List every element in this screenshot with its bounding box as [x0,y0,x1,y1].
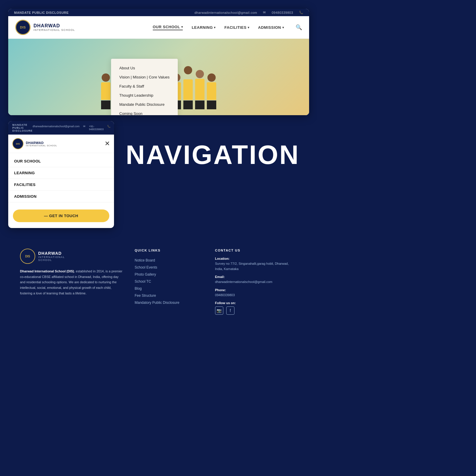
dropdown-faculty-staff[interactable]: Faculty & Staff [111,82,178,91]
dropdown-vision-mission[interactable]: Vision | Mission | Core Values [111,73,178,82]
footer-link-blog[interactable]: Blog [135,285,203,292]
footer-description: Dharwad International School (DIS), esta… [20,269,123,296]
nav-links: OUR SCHOOL ▾ LEARNING ▾ FACILITIES ▾ ADM… [153,24,302,31]
get-in-touch-button[interactable]: — GET IN TOUCH [13,209,109,222]
mobile-phone-icon: 📞 [107,125,110,131]
footer-school-sub: INTERNATIONALSCHOOL [38,256,65,262]
mobile-school-name: DHARWAD [26,141,57,145]
mobile-nav-bar: DIS DHARWAD INTERNATIONAL SCHOOL ✕ [8,135,114,153]
close-button[interactable]: ✕ [105,140,110,148]
mobile-menu-learning[interactable]: LEARNING [8,167,114,179]
phone-text: 09480339803 [272,11,293,14]
follow-label: Follow us on: [215,301,297,305]
hero-area: About Us Vision | Mission | Core Values … [8,39,309,115]
mobile-email-icon: ✉ [83,125,86,131]
instagram-icon[interactable]: 📷 [215,306,223,315]
email-value: dharwadinternationalschool@gmail.com [215,279,297,285]
mobile-logo-initials: DIS [16,143,20,145]
quick-links-title: QUICK LINKS [135,249,203,252]
logo-initials: DIS [20,26,26,29]
chevron-down-icon: ▾ [282,26,284,29]
footer-logo-circle: DIS [20,249,35,264]
footer-link-school-tc[interactable]: School TC [135,278,203,285]
chevron-down-icon: ▾ [248,26,249,29]
location-label: Location: [215,257,297,260]
navigation-label-area: NAVIGATION [114,124,311,228]
main-nav: DIS DHARWAD INTERNATIONAL SCHOOL OUR SCH… [8,16,309,39]
child-figure [183,66,193,109]
mobile-menu-admission[interactable]: ADMISSION [8,191,114,202]
mobile-contact-info: dharwadinternationalschool@gmail.com ✉ +… [33,125,110,131]
nav-learning[interactable]: LEARNING ▾ [192,25,215,30]
mobile-phone: +91- 9480339803 [89,125,104,131]
mobile-email: dharwadinternationalschool@gmail.com [33,125,80,131]
nav-facilities[interactable]: FACILITIES ▾ [224,25,249,30]
child-figure [207,73,216,109]
our-school-dropdown: About Us Vision | Mission | Core Values … [111,59,178,115]
phone-value: 09480339803 [215,293,297,298]
chevron-down-icon: ▾ [214,26,216,29]
logo-area: DIS DHARWAD INTERNATIONAL SCHOOL [15,20,153,35]
phone-icon: 📞 [299,11,304,14]
school-sub: INTERNATIONAL SCHOOL [33,29,75,32]
navigation-label: NAVIGATION [126,142,300,168]
footer-logo-text: DHARWAD INTERNATIONALSCHOOL [38,251,65,262]
search-icon[interactable]: 🔍 [296,24,302,31]
mobile-school-sub: INTERNATIONAL SCHOOL [26,145,57,147]
footer-logo-row: DIS DHARWAD INTERNATIONALSCHOOL [20,249,123,264]
footer-logo-initials: DIS [25,255,30,258]
mobile-mock: MANDATE PUBLIC DISCLOSURE dharwadinterna… [8,121,114,228]
child-figure [101,73,110,109]
footer-section: DIS DHARWAD INTERNATIONALSCHOOL Dharwad … [8,237,309,326]
dropdown-coming-soon[interactable]: Coming Soon [111,109,178,115]
mobile-top-bar: MANDATE PUBLIC DISCLOSURE dharwadinterna… [8,121,114,135]
school-name: DHARWAD [33,23,75,29]
mobile-menu-facilities[interactable]: FACILITIES [8,179,114,191]
footer-link-mandatory-disclosure[interactable]: Mandatory Public Disclosure [135,299,203,306]
phone-label: Phone: [215,288,297,292]
browser-frame: MANDATE PUBLIC DISCLOSURE dharwadinterna… [8,9,309,115]
bottom-section: MANDATE PUBLIC DISCLOSURE dharwadinterna… [8,124,309,228]
nav-admission[interactable]: ADMISSION ▾ [258,25,284,30]
social-icons: 📷 f [215,306,297,315]
top-announcement-bar: MANDATE PUBLIC DISCLOSURE dharwadinterna… [8,9,309,16]
mobile-menu-items: OUR SCHOOL LEARNING FACILITIES ADMISSION [8,153,114,205]
email-text: dharwadinternationalschool@gmail.com [195,11,257,14]
mobile-cta: — GET IN TOUCH [13,209,109,222]
contact-title: CONTACT US [215,249,297,252]
footer-quick-links: QUICK LINKS Notice Board School Events P… [135,249,203,315]
dropdown-about-us[interactable]: About Us [111,63,178,73]
contact-info: dharwadinternationalschool@gmail.com ✉ 0… [195,11,303,14]
mobile-menu-our-school[interactable]: OUR SCHOOL [8,155,114,167]
chevron-down-icon: ▾ [181,25,183,29]
mobile-mandate-label: MANDATE PUBLIC DISCLOSURE [12,123,33,132]
footer-link-fee-structure[interactable]: Fee Structure [135,292,203,299]
dropdown-mandate-disclosure[interactable]: Mandate Public Disclosure [111,100,178,109]
mobile-logo-text: DHARWAD INTERNATIONAL SCHOOL [26,141,57,147]
email-icon: ✉ [263,11,266,14]
footer-link-notice-board[interactable]: Notice Board [135,257,203,264]
footer-school-name: DHARWAD [38,251,65,256]
email-label: Email: [215,275,297,279]
facebook-icon[interactable]: f [226,306,234,315]
mobile-logo-area: DIS DHARWAD INTERNATIONAL SCHOOL [12,138,57,149]
footer-link-school-events[interactable]: School Events [135,264,203,271]
logo-text: DHARWAD INTERNATIONAL SCHOOL [33,23,75,32]
logo-circle: DIS [15,20,31,35]
footer-logo-area: DIS DHARWAD INTERNATIONALSCHOOL Dharwad … [20,249,123,315]
location-value: Survey no 77/2, Singanahalli,garag hobli… [215,261,297,271]
footer-contact: CONTACT US Location: Survey no 77/2, Sin… [215,249,297,315]
footer-link-photo-gallery[interactable]: Photo Gallery [135,271,203,278]
nav-our-school[interactable]: OUR SCHOOL ▾ [153,25,183,30]
mandate-label: MANDATE PUBLIC DISCLOSURE [14,11,69,14]
child-figure [195,70,205,109]
mobile-logo-circle: DIS [12,138,24,149]
dropdown-thought-leadership[interactable]: Thought Leadership [111,91,178,100]
